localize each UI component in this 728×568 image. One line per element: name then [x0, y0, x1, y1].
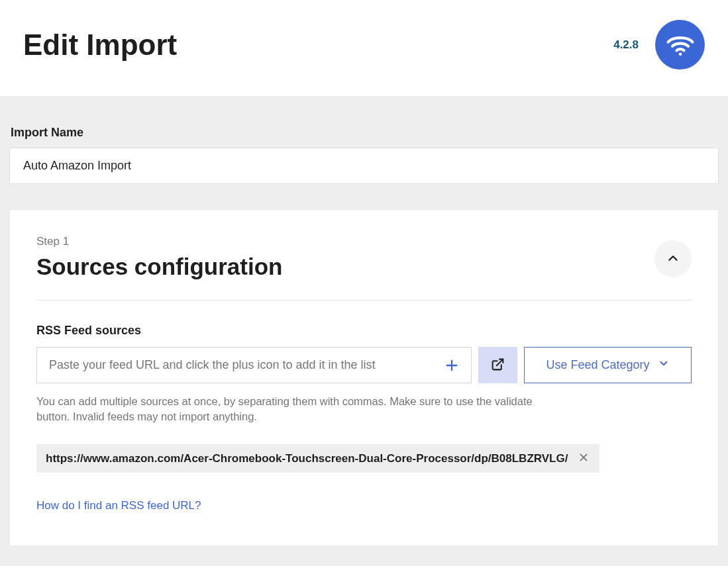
helper-text: You can add multiple sources at once, by…	[36, 394, 540, 424]
validate-button[interactable]	[478, 347, 517, 383]
step-panel: Step 1 Sources configuration RSS Feed so…	[9, 209, 719, 546]
plus-icon[interactable]	[444, 358, 459, 373]
close-icon	[578, 452, 589, 465]
chevron-down-icon	[658, 357, 670, 373]
use-feed-category-button[interactable]: Use Feed Category	[524, 347, 692, 383]
wifi-icon	[655, 20, 705, 70]
category-button-label: Use Feed Category	[546, 358, 649, 372]
collapse-button[interactable]	[654, 240, 692, 277]
feed-url-text: https://www.amazon.com/Acer-Chromebook-T…	[46, 452, 568, 465]
feed-url-input[interactable]	[49, 348, 438, 383]
feed-chip: https://www.amazon.com/Acer-Chromebook-T…	[36, 444, 599, 473]
import-name-label: Import Name	[9, 126, 719, 140]
remove-feed-button[interactable]	[577, 451, 590, 466]
help-link[interactable]: How do I find an RSS feed URL?	[36, 499, 201, 512]
svg-line-3	[497, 359, 503, 365]
chevron-up-icon	[666, 251, 680, 267]
page-title: Edit Import	[23, 28, 177, 62]
feed-input-wrapper	[36, 347, 472, 383]
divider	[36, 300, 692, 301]
svg-point-0	[678, 52, 681, 55]
rss-section-label: RSS Feed sources	[36, 324, 692, 338]
step-label: Step 1	[36, 235, 654, 248]
step-title: Sources configuration	[36, 254, 654, 280]
version-label: 4.2.8	[613, 38, 639, 52]
import-name-input[interactable]	[9, 148, 719, 184]
external-link-icon	[491, 357, 505, 373]
